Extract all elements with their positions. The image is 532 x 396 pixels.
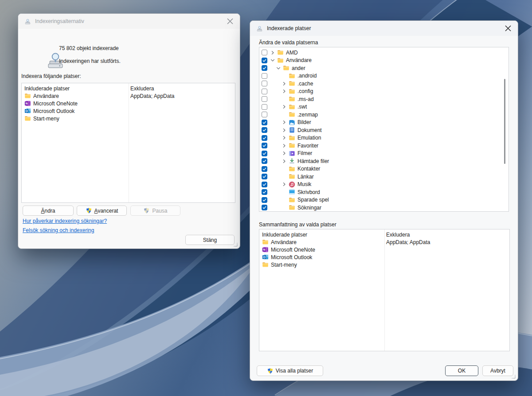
list-item[interactable]: OMicrosoft Outlook <box>259 253 509 261</box>
tree-item[interactable]: Länkar <box>259 173 509 181</box>
tree-item[interactable]: .zenmap <box>259 111 509 119</box>
chevron-right-icon[interactable] <box>270 50 275 55</box>
tree-item[interactable]: .android <box>259 72 509 80</box>
show-all-locations-button[interactable]: Visa alla platser <box>257 365 323 376</box>
chevron-right-icon[interactable] <box>282 135 287 140</box>
checkbox[interactable] <box>262 81 267 86</box>
tree-item[interactable]: Sparade spel <box>259 196 509 204</box>
chevron-right-icon[interactable] <box>282 89 287 94</box>
folder-icon <box>277 57 284 64</box>
onenote-icon: N <box>24 100 31 107</box>
checkbox[interactable] <box>262 166 267 172</box>
checkbox[interactable] <box>262 182 267 187</box>
tree-item[interactable]: Kontakter <box>259 165 509 173</box>
titlebar[interactable]: Indexeringsalternativ <box>18 14 240 29</box>
tree-item[interactable]: .config <box>259 88 509 96</box>
tree-item-label: Sparade spel <box>297 197 329 203</box>
chevron-right-icon[interactable] <box>282 182 287 187</box>
included-locations-list[interactable]: Inkluderade platserExkluderaAnvändareApp… <box>21 83 235 203</box>
folder-icon <box>289 96 295 102</box>
checkbox[interactable] <box>262 127 267 133</box>
checkbox[interactable] <box>262 104 267 110</box>
chevron-down-icon[interactable] <box>276 66 281 71</box>
list-item-label: Användare <box>33 93 59 99</box>
tree-item[interactable]: Bilder <box>259 119 509 127</box>
tree-item[interactable]: Favoriter <box>259 142 509 150</box>
advanced-button[interactable]: Avancerat <box>77 206 127 216</box>
desktop: { "colors": { "accent": "#0067c0", "link… <box>0 0 532 396</box>
checkbox[interactable] <box>262 158 267 164</box>
svg-text:N: N <box>263 248 265 251</box>
tree-item[interactable]: AMD <box>259 49 509 57</box>
tree-item[interactable]: Användare <box>259 57 509 65</box>
drive-search-icon <box>24 18 31 25</box>
checkbox[interactable] <box>262 151 267 156</box>
close-icon[interactable] <box>227 18 234 25</box>
chevron-right-icon[interactable] <box>282 143 287 148</box>
tree-item-label: Emulation <box>297 135 321 141</box>
chevron-right-icon[interactable] <box>282 128 287 133</box>
resize-grip[interactable] <box>511 374 516 379</box>
list-header-row: Inkluderade platserExkludera <box>22 85 235 92</box>
chevron-right-icon[interactable] <box>282 151 287 156</box>
checkbox[interactable] <box>262 58 267 63</box>
tree-item[interactable]: Filmer <box>259 150 509 158</box>
chevron-right-icon[interactable] <box>282 81 287 86</box>
titlebar[interactable]: Indexerade platser <box>250 21 518 36</box>
checkbox[interactable] <box>262 189 267 195</box>
list-item[interactable]: NMicrosoft OneNote <box>22 100 235 107</box>
tree-item[interactable]: ander <box>259 64 509 72</box>
close-button[interactable]: Stäng <box>185 235 235 245</box>
checkbox[interactable] <box>262 197 267 203</box>
checkbox[interactable] <box>262 96 267 102</box>
chevron-spacer <box>282 190 287 195</box>
checkbox[interactable] <box>262 73 267 79</box>
checkbox[interactable] <box>262 205 267 210</box>
indexed-locations-dialog: Indexerade platser Ändra de valda platse… <box>250 20 518 381</box>
chevron-right-icon[interactable] <box>282 159 287 164</box>
list-item[interactable]: Start-meny <box>259 261 509 268</box>
chevron-right-icon[interactable] <box>282 104 287 109</box>
chevron-down-icon[interactable] <box>270 58 275 63</box>
tree-item[interactable]: Musik <box>259 181 509 189</box>
checkbox[interactable] <box>262 174 267 179</box>
checkbox[interactable] <box>262 89 267 94</box>
tree-item[interactable]: .swt <box>259 103 509 111</box>
checkbox[interactable] <box>262 143 267 148</box>
tree-item[interactable]: Sökningar <box>259 204 509 212</box>
close-button-label: Stäng <box>203 237 217 243</box>
list-item[interactable]: NMicrosoft OneNote <box>259 246 509 253</box>
checkbox[interactable] <box>262 120 267 125</box>
checkbox[interactable] <box>262 65 267 71</box>
list-item[interactable]: OMicrosoft Outlook <box>22 107 235 115</box>
checkbox[interactable] <box>262 135 267 141</box>
list-item[interactable]: AnvändareAppData; AppData <box>22 92 235 100</box>
checkbox[interactable] <box>262 112 267 117</box>
cancel-button[interactable]: Avbryt <box>482 365 513 376</box>
indexed-locations-tree[interactable]: AMDAnvändareander.android.cache.config.m… <box>259 47 509 212</box>
troubleshoot-link[interactable]: Felsök sökning och indexering <box>23 227 94 233</box>
chevron-spacer <box>282 112 287 117</box>
modify-button[interactable]: Ändra <box>23 206 74 216</box>
folder-icon <box>262 239 269 245</box>
chevron-right-icon[interactable] <box>282 120 287 125</box>
tree-item[interactable]: Hämtade filer <box>259 157 509 165</box>
help-link-indexing-search[interactable]: Hur påverkar indexering sökningar? <box>23 218 107 224</box>
checkbox[interactable] <box>262 50 267 55</box>
tree-item[interactable]: .cache <box>259 80 509 88</box>
pause-button: Pausa <box>130 206 180 216</box>
ok-button[interactable]: OK <box>445 365 478 376</box>
close-icon[interactable] <box>505 25 512 32</box>
list-item[interactable]: Start-meny <box>22 115 235 122</box>
tree-item-label: Bilder <box>297 119 311 125</box>
tree-item[interactable]: Dokument <box>259 126 509 134</box>
tree-item[interactable]: Skrivbord <box>259 188 509 196</box>
window-title: Indexerade platser <box>267 25 311 31</box>
scrollbar-thumb[interactable] <box>504 79 505 164</box>
tree-item[interactable]: .ms-ad <box>259 95 509 103</box>
list-item[interactable]: AnvändareAppData; AppData <box>259 238 509 246</box>
resize-grip[interactable] <box>233 242 238 247</box>
svg-text:O: O <box>263 256 266 259</box>
tree-item[interactable]: Emulation <box>259 134 509 142</box>
summary-locations-list[interactable]: Inkluderade platserExkluderaAnvändareApp… <box>259 229 510 351</box>
